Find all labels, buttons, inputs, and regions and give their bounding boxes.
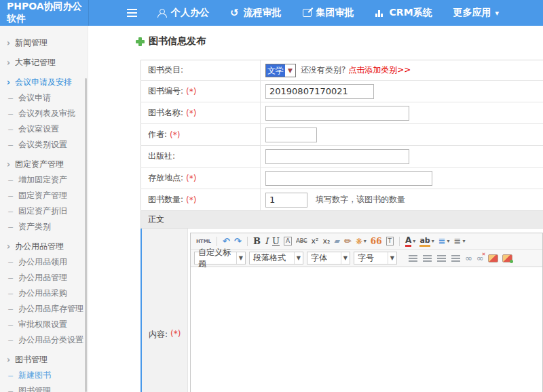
- font-size-select[interactable]: 字号▼: [354, 252, 397, 264]
- chevron-right-icon: ›: [7, 58, 10, 68]
- unordered-list-button[interactable]: ≣▾: [454, 235, 466, 248]
- sidebar-item-label: 新闻管理: [15, 37, 48, 49]
- clean-brush-button[interactable]: ✏: [344, 235, 352, 248]
- field-label: 图书名称: (*): [141, 102, 261, 123]
- field-label: 作者: (*): [141, 124, 261, 145]
- top-nav-item-group-approval[interactable]: 集团审批: [303, 7, 354, 19]
- sidebar-item-会议申请及安排[interactable]: ›会议申请及安排: [0, 75, 88, 90]
- bar-chart-icon: [375, 9, 385, 17]
- top-nav-item-more-apps[interactable]: 更多应用▾: [453, 7, 500, 19]
- format-painter-button[interactable]: ❋▾: [356, 235, 367, 248]
- sidebar-item-审批权限设置[interactable]: —审批权限设置: [0, 317, 88, 332]
- sidebar-item-label: 办公用品采购: [18, 288, 67, 299]
- dash-icon: —: [8, 191, 14, 200]
- align-left-button[interactable]: [409, 255, 417, 262]
- sidebar-item-办公用品分类设置[interactable]: —办公用品分类设置: [0, 332, 88, 348]
- top-nav-item-process-approval[interactable]: ↺流程审批: [230, 7, 282, 19]
- sidebar-item-会议室设置[interactable]: —会议室设置: [0, 121, 88, 137]
- caret-down-icon: ▼: [236, 252, 245, 264]
- align-justify-button[interactable]: [451, 255, 460, 262]
- underline-icon: U: [272, 235, 280, 248]
- book-name-input[interactable]: [265, 106, 409, 121]
- eraser-button[interactable]: ▰: [334, 235, 339, 248]
- sidebar-item-办公用品采购[interactable]: —办公用品采购: [0, 286, 88, 301]
- ordered-list-button[interactable]: ≣▾: [438, 235, 450, 248]
- remove-link-button[interactable]: ∞: [476, 253, 484, 263]
- blockquote-button[interactable]: 66: [371, 235, 382, 248]
- hamburger-menu-button[interactable]: [125, 12, 138, 14]
- sidebar-item-会议列表及审批[interactable]: —会议列表及审批: [0, 106, 88, 121]
- sidebar-item-label: 办公用品分类设置: [18, 334, 83, 346]
- sidebar-item-图书管理[interactable]: —图书管理: [0, 383, 88, 392]
- sidebar-item-办公用品管理[interactable]: ›办公用品管理: [0, 239, 88, 254]
- subscript-button[interactable]: x₂: [322, 235, 330, 248]
- font-color-icon: A: [405, 236, 411, 247]
- editor-content-area[interactable]: [191, 267, 542, 392]
- autotypeset-button[interactable]: A: [284, 237, 292, 246]
- sidebar-item-新闻管理[interactable]: ›新闻管理: [0, 35, 88, 51]
- caret-down-icon: ▾: [447, 235, 450, 248]
- sidebar-item-固定资产折旧[interactable]: —固定资产折旧: [0, 203, 88, 219]
- sidebar-item-大事记管理[interactable]: ›大事记管理: [0, 55, 88, 71]
- source-code-button[interactable]: HTML: [196, 235, 211, 248]
- superscript-button[interactable]: x²: [312, 235, 319, 248]
- caret-down-icon: ▼: [294, 252, 303, 264]
- label-text: 图书编号:: [148, 85, 183, 97]
- app-logo: PHPOA协同办公软件: [0, 1, 88, 25]
- paragraph-format-select[interactable]: 段落格式▼: [249, 252, 303, 264]
- sidebar-item-label: 办公用品管理: [18, 272, 67, 283]
- page-title: 图书信息发布: [136, 35, 206, 47]
- sidebar-item-新建图书[interactable]: —新建图书: [0, 368, 88, 383]
- align-center-button[interactable]: [423, 255, 432, 262]
- custom-title-select[interactable]: 自定义标题▼: [194, 252, 246, 264]
- paste-text-button[interactable]: T: [386, 237, 394, 246]
- sidebar-item-资产类别[interactable]: —资产类别: [0, 219, 88, 235]
- sidebar-item-label: 会议类别设置: [18, 139, 67, 151]
- redo-button[interactable]: ↷: [234, 235, 242, 248]
- sidebar-item-办公用品管理[interactable]: —办公用品管理: [0, 270, 88, 286]
- sidebar-item-会议申请[interactable]: —会议申请: [0, 90, 88, 106]
- quantity-input[interactable]: [265, 193, 307, 208]
- label-text: 图书类目:: [148, 64, 183, 76]
- publisher-input[interactable]: [265, 149, 409, 164]
- top-nav-label: CRM系统: [390, 7, 432, 19]
- toolbar-separator: [217, 237, 217, 246]
- sidebar-item-办公用品领用[interactable]: —办公用品领用: [0, 254, 88, 270]
- italic-button[interactable]: I: [265, 235, 268, 248]
- location-input[interactable]: [265, 171, 432, 186]
- strikethrough-button[interactable]: ABC: [296, 235, 307, 248]
- dash-icon: —: [8, 273, 14, 282]
- insert-image-button[interactable]: [488, 254, 498, 262]
- insert-link-button[interactable]: ∞: [465, 253, 472, 263]
- align-right-button[interactable]: [437, 255, 446, 262]
- sidebar-item-图书管理[interactable]: ›图书管理: [0, 352, 88, 368]
- dash-icon: —: [8, 94, 14, 102]
- font-size-select-value: 字号: [358, 252, 374, 264]
- book-number-input[interactable]: [265, 84, 374, 99]
- top-header: PHPOA协同办公软件 个人办公↺流程审批集团审批CRM系统更多应用▾: [0, 0, 543, 26]
- strikethrough-icon: ABC: [296, 235, 307, 248]
- dash-icon: —: [8, 176, 14, 184]
- sidebar-item-办公用品库存管理[interactable]: —办公用品库存管理: [0, 301, 88, 317]
- author-input[interactable]: [265, 128, 317, 142]
- sidebar-item-会议类别设置[interactable]: —会议类别设置: [0, 137, 88, 153]
- page-title-text: 图书信息发布: [149, 35, 206, 47]
- sidebar-item-固定资产管理[interactable]: —固定资产管理: [0, 188, 88, 203]
- highlight-color-button[interactable]: ab▾: [419, 235, 434, 248]
- font-color-button[interactable]: A▾: [405, 235, 415, 248]
- top-nav-item-crm-system[interactable]: CRM系统: [375, 7, 432, 19]
- sidebar-item-固定资产管理[interactable]: ›固定资产管理: [0, 157, 88, 172]
- upload-image-button[interactable]: [502, 254, 512, 262]
- sidebar-scrollbar[interactable]: [85, 78, 87, 392]
- top-nav-item-personal-office[interactable]: 个人办公: [157, 7, 209, 19]
- sidebar-item-增加固定资产[interactable]: —增加固定资产: [0, 172, 88, 188]
- underline-button[interactable]: U: [272, 235, 280, 248]
- book-category-select[interactable]: 文学 ▼: [265, 64, 296, 77]
- sidebar-item-label: 资产类别: [18, 221, 51, 233]
- font-family-select[interactable]: 字体▼: [307, 252, 350, 264]
- sidebar-item-label: 办公用品管理: [15, 241, 64, 252]
- undo-button[interactable]: ↶: [223, 235, 230, 248]
- dash-icon: —: [8, 305, 14, 313]
- bold-button[interactable]: B: [253, 235, 261, 248]
- add-category-link[interactable]: 点击添加类别>>: [348, 64, 411, 76]
